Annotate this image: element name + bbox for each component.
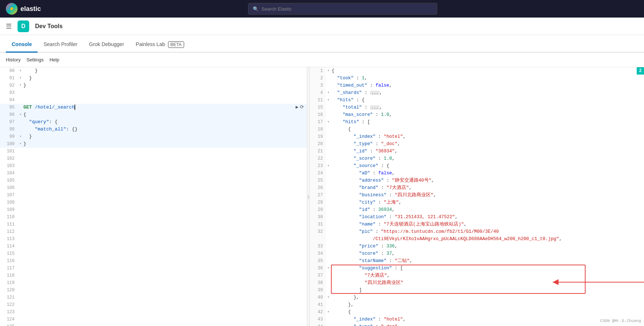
code-line: 119 (0, 279, 307, 287)
editor-content[interactable]: 90 ▾ } 91 ▾ } 92 ▾ } 93 94 (0, 67, 307, 326)
search-placeholder: Search Elastic (262, 6, 292, 12)
code-line: 102 (0, 155, 307, 162)
request-line-100: 100 ▾ } (0, 140, 307, 148)
search-icon: 🔍 (253, 6, 259, 12)
out-line-2: 2 "took" : 1, (310, 75, 644, 82)
code-line: 104 (0, 170, 307, 177)
request-line-97: 97 "query": { (0, 118, 307, 126)
out-line-23: 23 ▾ "_source" : { (310, 162, 644, 170)
code-line: 120 (0, 287, 307, 294)
request-line-96: 96 ▾ { (0, 111, 307, 118)
out-line-30: 30 "location" : "31.251433, 121.47522", (310, 213, 644, 221)
output-content[interactable]: 1 ▾ { 2 "took" : 1, 3 "timed_out" : fals… (310, 67, 644, 326)
search-bar-wrapper: 🔍 Search Elastic (47, 3, 638, 15)
out-line-35: 35 "starName" : "二钻", (310, 257, 644, 265)
code-line: 103 (0, 162, 307, 170)
tab-painless-lab[interactable]: Painless Lab BETA (130, 37, 190, 53)
main-content: 90 ▾ } 91 ▾ } 92 ▾ } 93 94 (0, 67, 644, 326)
code-line: 124 (0, 316, 307, 323)
code-line: 113 (0, 235, 307, 243)
out-line-3: 3 "timed_out" : false, (310, 82, 644, 89)
out-line-31: 31 "name" : "7天连锁酒店(上海宝山路地铁站店)", (310, 221, 644, 228)
panel-divider[interactable]: ‖ (307, 67, 310, 326)
out-line-24: 24 "aD" : false, (310, 170, 644, 177)
out-line-32b: /Cti9EVkyLrKIXo1vAAHgrxo_pUcAALcKQLD688A… (310, 235, 644, 243)
out-line-4: 4 ▾ "_shards" : ..., (310, 89, 644, 96)
out-line-37: 37 "7大酒店", (310, 272, 644, 279)
app-icon: D (18, 20, 29, 32)
code-line: 111 (0, 221, 307, 228)
elastic-logo[interactable]: elastic (6, 3, 41, 15)
out-line-38: 38 "四川北路商业区" (310, 279, 644, 287)
hamburger-menu[interactable]: ☰ (6, 22, 12, 30)
beta-badge: BETA (168, 41, 184, 48)
tab-bar: Console Search Profiler Grok Debugger Pa… (0, 35, 644, 53)
copy-icon[interactable]: ⟳ (300, 104, 304, 111)
out-line-18: 18 { (310, 126, 644, 133)
code-line: 107 (0, 192, 307, 199)
code-line: 91 ▾ } (0, 75, 307, 82)
code-line: 101 (0, 148, 307, 155)
help-button[interactable]: Help (49, 57, 59, 62)
out-line-17: 17 ▾ "hits" : [ (310, 118, 644, 126)
out-line-40: 40 ▾ }, (310, 294, 644, 301)
request-line-98: 98 "match_all": {} (0, 126, 307, 133)
out-line-32: 32 "pic" : "https://m.tuntucdn.com/fb2/t… (310, 228, 644, 235)
tab-search-profiler[interactable]: Search Profiler (38, 37, 83, 53)
out-line-41: 41 }, (310, 301, 644, 308)
code-line: 93 (0, 89, 307, 96)
app-title: Dev Tools (35, 23, 62, 30)
code-line: 106 (0, 184, 307, 192)
code-line: 105 (0, 177, 307, 184)
elastic-logo-text: elastic (20, 5, 41, 13)
code-line: 123 (0, 308, 307, 316)
out-line-34: 34 "score" : 37, (310, 250, 644, 257)
code-line: 117 (0, 265, 307, 272)
out-line-43: 43 "_index" : "hotel", (310, 316, 644, 323)
out-line-20: 20 "_type" : "_doc", (310, 140, 644, 148)
run-icon[interactable]: ▶ (296, 104, 298, 111)
tab-grok-debugger[interactable]: Grok Debugger (83, 37, 130, 53)
code-line: 115 (0, 250, 307, 257)
empty-lines: 1011021031041051061071081091101111121131… (0, 148, 307, 326)
code-line: 118 (0, 272, 307, 279)
tab-console[interactable]: Console (6, 37, 38, 53)
code-line: 108 (0, 199, 307, 206)
out-line-29: 29 "id" : 36934, (310, 206, 644, 213)
code-line: 116 (0, 257, 307, 265)
settings-button[interactable]: Settings (26, 57, 43, 62)
out-line-42: 42 ▾ { (310, 308, 644, 316)
out-line-27: 27 "business" : "四川北路商业区", (310, 192, 644, 199)
out-line-36: 36 ▾ "suggestion" : [ (310, 265, 644, 272)
out-line-39: 39 ] (310, 287, 644, 294)
out-line-22: 22 "_score" : 1.0, (310, 155, 644, 162)
secondary-nav: ☰ D Dev Tools (0, 18, 644, 35)
history-button[interactable]: History (6, 57, 20, 62)
global-search-bar[interactable]: 🔍 Search Elastic (248, 3, 437, 15)
top-bar: elastic 🔍 Search Elastic (0, 0, 644, 18)
code-line: 112 (0, 228, 307, 235)
code-line: 94 (0, 96, 307, 104)
code-line: 121 (0, 294, 307, 301)
out-line-28: 28 "city" : "上海", (310, 199, 644, 206)
code-line: 122 (0, 301, 307, 308)
watermark: CSDN @Mr.D.Chuang (600, 319, 641, 323)
out-line-44: 44 "_type" : "_doc", (310, 323, 644, 326)
out-line-16: 16 "max_score" : 1.0, (310, 111, 644, 118)
toolbar: History Settings Help (0, 53, 644, 67)
out-line-33: 33 "price" : 336, (310, 243, 644, 250)
code-line: 114 (0, 243, 307, 250)
elastic-logo-icon (6, 3, 18, 15)
code-line: 125 (0, 323, 307, 326)
out-line-1: 1 ▾ { (310, 67, 644, 75)
panel-number: 2 (637, 67, 644, 75)
code-line: 92 ▾ } (0, 82, 307, 89)
code-line: 90 ▾ } (0, 67, 307, 75)
request-line-95: 95 GET /hotel/_search ▶ ⟳ (0, 104, 307, 111)
suggestion-block: 36 ▾ "suggestion" : [ 37 "7大酒店", 38 "四川北… (310, 265, 644, 294)
editor-panel[interactable]: 90 ▾ } 91 ▾ } 92 ▾ } 93 94 (0, 67, 307, 326)
out-line-26: 26 "brand" : "7大酒店", (310, 184, 644, 192)
out-line-21: 21 "_id" : "36934", (310, 148, 644, 155)
code-line: 110 (0, 213, 307, 221)
code-line: 109 (0, 206, 307, 213)
